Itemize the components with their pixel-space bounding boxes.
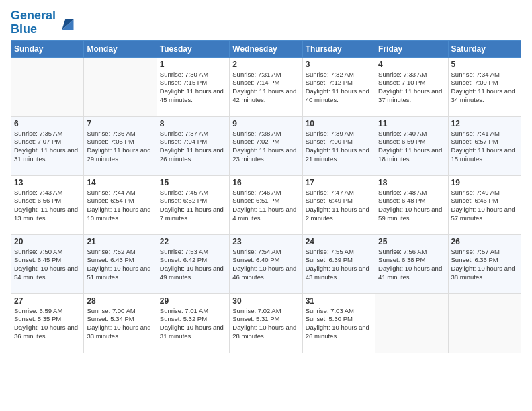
calendar-cell xyxy=(11,57,84,116)
calendar-cell: 16Sunrise: 7:46 AM Sunset: 6:51 PM Dayli… xyxy=(230,175,302,234)
day-info: Sunrise: 7:50 AM Sunset: 6:45 PM Dayligh… xyxy=(14,248,81,282)
day-number: 22 xyxy=(160,237,226,246)
day-number: 4 xyxy=(378,60,445,69)
day-number: 24 xyxy=(306,237,372,246)
day-number: 10 xyxy=(306,119,372,128)
day-number: 8 xyxy=(160,119,226,128)
day-number: 5 xyxy=(451,60,518,69)
day-number: 2 xyxy=(232,60,299,69)
day-info: Sunrise: 7:40 AM Sunset: 6:59 PM Dayligh… xyxy=(378,130,445,164)
calendar-cell: 24Sunrise: 7:55 AM Sunset: 6:39 PM Dayli… xyxy=(302,234,375,293)
calendar-cell: 7Sunrise: 7:36 AM Sunset: 7:05 PM Daylig… xyxy=(84,116,157,175)
calendar-cell: 20Sunrise: 7:50 AM Sunset: 6:45 PM Dayli… xyxy=(11,234,84,293)
day-info: Sunrise: 7:39 AM Sunset: 7:00 PM Dayligh… xyxy=(306,130,372,164)
day-info: Sunrise: 7:01 AM Sunset: 5:32 PM Dayligh… xyxy=(160,307,226,341)
day-number: 17 xyxy=(306,178,372,187)
weekday-header: Friday xyxy=(375,40,448,57)
day-info: Sunrise: 7:41 AM Sunset: 6:57 PM Dayligh… xyxy=(451,130,518,164)
day-info: Sunrise: 7:33 AM Sunset: 7:10 PM Dayligh… xyxy=(378,71,445,105)
calendar-cell: 12Sunrise: 7:41 AM Sunset: 6:57 PM Dayli… xyxy=(448,116,521,175)
day-number: 18 xyxy=(378,178,445,187)
weekday-header: Monday xyxy=(84,40,157,57)
day-number: 11 xyxy=(378,119,445,128)
day-info: Sunrise: 7:02 AM Sunset: 5:31 PM Dayligh… xyxy=(232,307,299,341)
calendar-cell: 23Sunrise: 7:54 AM Sunset: 6:40 PM Dayli… xyxy=(230,234,302,293)
day-number: 16 xyxy=(232,178,299,187)
weekday-header: Tuesday xyxy=(157,40,229,57)
calendar-cell: 2Sunrise: 7:31 AM Sunset: 7:14 PM Daylig… xyxy=(230,57,302,116)
day-number: 20 xyxy=(14,237,81,246)
day-info: Sunrise: 7:35 AM Sunset: 7:07 PM Dayligh… xyxy=(14,130,81,164)
day-info: Sunrise: 7:44 AM Sunset: 6:54 PM Dayligh… xyxy=(87,189,153,223)
calendar-cell: 26Sunrise: 7:57 AM Sunset: 6:36 PM Dayli… xyxy=(448,234,521,293)
calendar-cell: 10Sunrise: 7:39 AM Sunset: 7:00 PM Dayli… xyxy=(302,116,375,175)
day-info: Sunrise: 7:45 AM Sunset: 6:52 PM Dayligh… xyxy=(160,189,226,223)
calendar-cell: 27Sunrise: 6:59 AM Sunset: 5:35 PM Dayli… xyxy=(11,293,84,353)
day-number: 7 xyxy=(87,119,153,128)
weekday-header: Saturday xyxy=(448,40,521,57)
calendar-cell: 6Sunrise: 7:35 AM Sunset: 7:07 PM Daylig… xyxy=(11,116,84,175)
day-info: Sunrise: 7:34 AM Sunset: 7:09 PM Dayligh… xyxy=(451,71,518,105)
calendar-cell: 1Sunrise: 7:30 AM Sunset: 7:15 PM Daylig… xyxy=(157,57,229,116)
weekday-header: Sunday xyxy=(11,40,84,57)
calendar-cell: 8Sunrise: 7:37 AM Sunset: 7:04 PM Daylig… xyxy=(157,116,229,175)
day-number: 3 xyxy=(306,60,372,69)
day-number: 28 xyxy=(87,296,153,306)
day-info: Sunrise: 7:53 AM Sunset: 6:42 PM Dayligh… xyxy=(160,248,226,282)
day-number: 13 xyxy=(14,178,81,187)
day-number: 23 xyxy=(232,237,299,246)
day-info: Sunrise: 7:30 AM Sunset: 7:15 PM Dayligh… xyxy=(160,71,226,105)
day-number: 14 xyxy=(87,178,153,187)
day-info: Sunrise: 7:49 AM Sunset: 6:46 PM Dayligh… xyxy=(451,189,518,223)
calendar-cell: 19Sunrise: 7:49 AM Sunset: 6:46 PM Dayli… xyxy=(448,175,521,234)
calendar-cell: 18Sunrise: 7:48 AM Sunset: 6:48 PM Dayli… xyxy=(375,175,448,234)
day-info: Sunrise: 7:52 AM Sunset: 6:43 PM Dayligh… xyxy=(87,248,153,282)
weekday-header: Wednesday xyxy=(230,40,302,57)
calendar-cell: 13Sunrise: 7:43 AM Sunset: 6:56 PM Dayli… xyxy=(11,175,84,234)
day-number: 21 xyxy=(87,237,153,246)
calendar-cell: 11Sunrise: 7:40 AM Sunset: 6:59 PM Dayli… xyxy=(375,116,448,175)
calendar-cell xyxy=(84,57,157,116)
day-number: 12 xyxy=(451,119,518,128)
day-number: 25 xyxy=(378,237,445,246)
day-info: Sunrise: 7:47 AM Sunset: 6:49 PM Dayligh… xyxy=(306,189,372,223)
calendar-cell xyxy=(375,293,448,353)
calendar-cell: 5Sunrise: 7:34 AM Sunset: 7:09 PM Daylig… xyxy=(448,57,521,116)
day-number: 15 xyxy=(160,178,226,187)
day-info: Sunrise: 7:03 AM Sunset: 5:30 PM Dayligh… xyxy=(306,307,372,341)
logo-text: General xyxy=(11,9,56,23)
calendar-cell: 17Sunrise: 7:47 AM Sunset: 6:49 PM Dayli… xyxy=(302,175,375,234)
calendar-cell xyxy=(448,293,521,353)
day-number: 27 xyxy=(14,296,81,306)
day-info: Sunrise: 7:55 AM Sunset: 6:39 PM Dayligh… xyxy=(306,248,372,282)
day-info: Sunrise: 7:31 AM Sunset: 7:14 PM Dayligh… xyxy=(232,71,299,105)
day-number: 31 xyxy=(306,296,372,306)
day-info: Sunrise: 7:43 AM Sunset: 6:56 PM Dayligh… xyxy=(14,189,81,223)
calendar-cell: 29Sunrise: 7:01 AM Sunset: 5:32 PM Dayli… xyxy=(157,293,229,353)
calendar-cell: 30Sunrise: 7:02 AM Sunset: 5:31 PM Dayli… xyxy=(230,293,302,353)
day-info: Sunrise: 7:46 AM Sunset: 6:51 PM Dayligh… xyxy=(232,189,299,223)
calendar-cell: 21Sunrise: 7:52 AM Sunset: 6:43 PM Dayli… xyxy=(84,234,157,293)
day-info: Sunrise: 7:00 AM Sunset: 5:34 PM Dayligh… xyxy=(87,307,153,341)
day-info: Sunrise: 7:37 AM Sunset: 7:04 PM Dayligh… xyxy=(160,130,226,164)
weekday-header: Thursday xyxy=(302,40,375,57)
day-number: 30 xyxy=(232,296,299,306)
calendar-cell: 31Sunrise: 7:03 AM Sunset: 5:30 PM Dayli… xyxy=(302,293,375,353)
day-info: Sunrise: 7:54 AM Sunset: 6:40 PM Dayligh… xyxy=(232,248,299,282)
day-info: Sunrise: 7:57 AM Sunset: 6:36 PM Dayligh… xyxy=(451,248,518,282)
day-info: Sunrise: 6:59 AM Sunset: 5:35 PM Dayligh… xyxy=(14,307,81,341)
logo-icon xyxy=(57,13,76,32)
day-number: 29 xyxy=(160,296,226,306)
calendar-cell: 14Sunrise: 7:44 AM Sunset: 6:54 PM Dayli… xyxy=(84,175,157,234)
logo-text2: Blue xyxy=(11,23,56,36)
day-number: 1 xyxy=(160,60,226,69)
day-number: 26 xyxy=(451,237,518,246)
day-info: Sunrise: 7:38 AM Sunset: 7:02 PM Dayligh… xyxy=(232,130,299,164)
calendar-cell: 3Sunrise: 7:32 AM Sunset: 7:12 PM Daylig… xyxy=(302,57,375,116)
day-number: 9 xyxy=(232,119,299,128)
calendar-cell: 25Sunrise: 7:56 AM Sunset: 6:38 PM Dayli… xyxy=(375,234,448,293)
logo: General Blue xyxy=(11,9,76,36)
calendar-cell: 22Sunrise: 7:53 AM Sunset: 6:42 PM Dayli… xyxy=(157,234,229,293)
day-info: Sunrise: 7:32 AM Sunset: 7:12 PM Dayligh… xyxy=(306,71,372,105)
calendar: SundayMondayTuesdayWednesdayThursdayFrid… xyxy=(11,40,521,353)
